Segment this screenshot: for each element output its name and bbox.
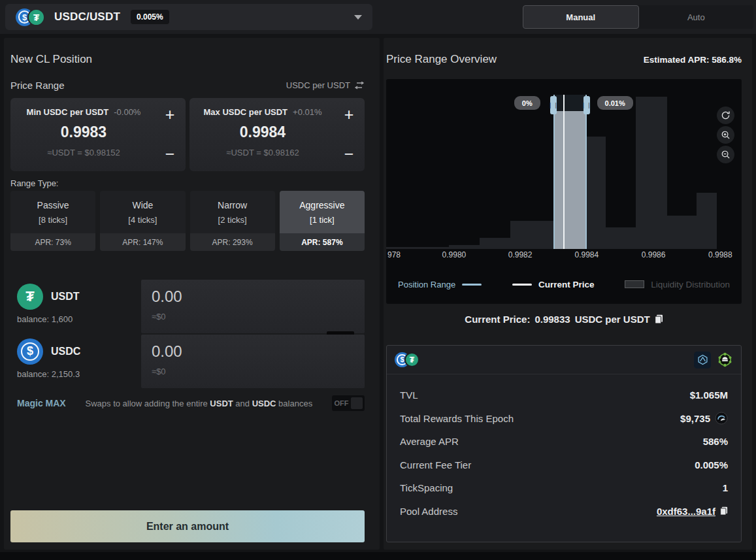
min-increase-button[interactable]: + <box>159 103 180 125</box>
current-price-swatch <box>512 284 532 286</box>
liquidity-bar <box>449 245 480 250</box>
price-unit-label: USDC per USDT <box>286 80 350 90</box>
usdt-amount-input[interactable]: 0.00 ≈$0 <box>141 280 365 333</box>
magic-max-label: Magic MAX <box>17 398 66 408</box>
range-option-narrow[interactable]: Narrow[2 ticks] APR: 293% <box>190 191 275 251</box>
legend-current-price: Current Price <box>512 280 595 289</box>
mode-toggle: Manual Auto <box>523 5 753 29</box>
fee-tier-badge: 0.005% <box>131 10 169 24</box>
app-page: $ ₮ USDC/USDT 0.005% Manual Auto New CL … <box>0 0 756 560</box>
position-range-band[interactable] <box>553 95 587 249</box>
pool-pair-icons: $ ₮ <box>395 352 419 367</box>
min-decrease-button[interactable]: − <box>159 142 180 165</box>
tab-auto[interactable]: Auto <box>639 5 754 29</box>
min-price-pct: -0.00% <box>114 107 140 117</box>
chart-toolbar <box>717 107 734 163</box>
stat-average-apr: Average APR 586% <box>400 430 728 453</box>
min-price-value[interactable]: 0.9983 <box>61 124 107 141</box>
axis-tick: 0.9988 <box>708 250 732 259</box>
current-price-unit: USDC per USDT <box>575 314 650 325</box>
usdc-icon: $ <box>17 338 43 365</box>
max-price-box: Max USDC per USDT +0.01% 0.9984 ≈USDT = … <box>189 98 365 171</box>
reward-token-icon <box>715 412 728 425</box>
submit-button[interactable]: Enter an amount <box>10 510 365 542</box>
range-option-passive[interactable]: Passive[8 ticks] APR: 73% <box>10 191 95 251</box>
usdc-amount-input[interactable]: 0.00 ≈$0 <box>141 335 365 388</box>
current-price-value: 0.99833 <box>534 314 570 325</box>
range-option-wide[interactable]: Wide[4 ticks] APR: 147% <box>100 191 185 251</box>
price-range-label: Price Range <box>10 80 65 91</box>
range-handle-left[interactable]: ❘❘ <box>550 96 557 114</box>
max-price-label: Max USDC per USDT <box>203 107 288 117</box>
zoom-out-button[interactable] <box>717 146 734 163</box>
range-pct-badge-min: 0% <box>514 96 540 110</box>
legend-liquidity: Liquidity Distribution <box>625 280 730 289</box>
liquidity-bar <box>636 97 667 249</box>
liquidity-bar <box>480 238 511 249</box>
pool-address-link[interactable]: 0xdf63...9a1f <box>657 506 715 517</box>
max-decrease-button[interactable]: − <box>338 142 359 165</box>
copy-icon[interactable] <box>655 314 663 324</box>
chevron-down-icon <box>354 15 362 20</box>
axis-tick: 0.9984 <box>574 250 599 259</box>
top-bar: $ ₮ USDC/USDT 0.005% Manual Auto <box>0 0 756 34</box>
axis-tick: 978 <box>387 250 401 259</box>
reset-zoom-button[interactable] <box>717 107 734 124</box>
axis-tick: 0.9980 <box>442 250 467 259</box>
chart-plot[interactable]: ❘❘ ❘❘ 0% 0.01% <box>386 79 742 249</box>
pool-pair-selector[interactable]: $ ₮ USDC/USDT 0.005% <box>5 4 372 30</box>
usdt-balance: balance: 1,600 <box>17 314 73 324</box>
pool-info-card: $ ₮ TVL $1.065M <box>386 345 742 542</box>
range-option-aggressive[interactable]: Aggressive[1 tick] APR: 587% <box>280 191 365 251</box>
price-range-header: Price Range USDC per USDT <box>10 80 365 91</box>
usdc-balance: balance: 2,150.3 <box>17 369 80 379</box>
liquidity-bar <box>606 227 636 249</box>
min-price-label: Min USDC per USDT <box>27 107 109 117</box>
page-title: New CL Position <box>10 53 92 66</box>
turtle-icon[interactable] <box>717 352 733 368</box>
chart-legend: Position Range Current Price Liquidity D… <box>386 274 742 295</box>
zoom-in-button[interactable] <box>717 126 734 144</box>
current-price-row: Current Price: 0.99833 USDC per USDT <box>386 314 742 325</box>
stat-rewards: Total Rewards This Epoch $9,735 <box>400 407 728 431</box>
current-price-line <box>563 95 565 249</box>
range-pct-badge-max: 0.01% <box>597 96 633 110</box>
range-handle-right[interactable]: ❘❘ <box>583 96 590 114</box>
pool-card-header: $ ₮ <box>387 346 741 374</box>
liquidity-chart: ❘❘ ❘❘ 0% 0.01% 978 0.9980 0.9982 0.9984 … <box>386 79 742 304</box>
min-price-approx: ≈USDT = $0.98152 <box>47 148 120 157</box>
range-type-label: Range Type: <box>10 178 58 188</box>
protocol-badge-icon[interactable] <box>694 352 711 369</box>
liquidity-bar <box>587 137 606 249</box>
overview-header: Price Range Overview Estimated APR: 586.… <box>386 53 742 66</box>
copy-icon[interactable] <box>720 506 728 516</box>
usdc-symbol: USDC <box>51 346 80 357</box>
liquidity-bar <box>697 193 716 249</box>
legend-position-range: Position Range <box>398 280 482 289</box>
tab-manual[interactable]: Manual <box>523 5 639 29</box>
price-unit-toggle[interactable]: USDC per USDT <box>286 80 365 90</box>
magic-max-description: Swaps to allow adding the entire USDT an… <box>66 399 332 408</box>
stat-pool-address: Pool Address 0xdf63...9a1f <box>400 500 728 523</box>
magic-max-row: Magic MAX Swaps to allow adding the enti… <box>10 393 365 413</box>
stat-fee-tier: Current Fee Tier 0.005% <box>400 453 728 477</box>
liquidity-bar <box>510 221 553 249</box>
liquidity-bar <box>386 247 449 249</box>
usdt-icon: ₮ <box>17 284 43 310</box>
liquidity-swatch <box>625 280 644 288</box>
footer-bar <box>0 552 756 560</box>
max-price-value[interactable]: 0.9984 <box>240 124 286 141</box>
max-increase-button[interactable]: + <box>338 103 359 125</box>
pool-stats: TVL $1.065M Total Rewards This Epoch $9,… <box>387 374 741 523</box>
usdt-icon: ₮ <box>27 8 45 26</box>
max-price-pct: +0.01% <box>293 107 321 117</box>
pool-partner-icons <box>694 352 733 369</box>
overview-title: Price Range Overview <box>386 53 497 66</box>
pair-title: USDC/USDT <box>54 10 120 24</box>
min-price-box: Min USDC per USDT -0.00% 0.9983 ≈USDT = … <box>10 98 186 171</box>
axis-tick: 0.9982 <box>508 250 533 259</box>
magic-max-toggle[interactable]: OFF <box>332 395 365 411</box>
swap-arrows-icon <box>354 82 365 90</box>
current-price-label: Current Price: <box>465 314 530 325</box>
usdt-icon: ₮ <box>404 352 419 367</box>
